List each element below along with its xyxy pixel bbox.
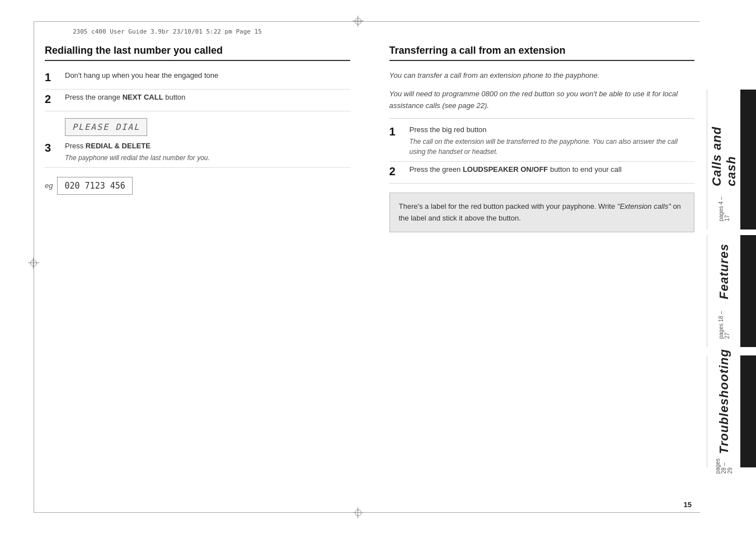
sidebar-features-black-strip	[740, 235, 756, 347]
eg-label: eg	[45, 181, 53, 190]
sidebar-features-label: Features	[717, 243, 731, 299]
please-dial-display: PLEASE DIAL	[65, 118, 147, 136]
redial-delete-bold: REDIAL & DELETE	[86, 142, 151, 150]
crosshair-left	[28, 257, 39, 269]
sidebar-trouble-pages: pages 28 – 29	[715, 458, 733, 474]
loudspeaker-bold: LOUDSPEAKER ON/OFF	[463, 165, 548, 174]
right-step-2: 2 Press the green LOUDSPEAKER ON/OFF but…	[389, 164, 695, 184]
right-step-2-number: 2	[389, 164, 405, 179]
step-1-number: 1	[45, 70, 60, 85]
right-step-1-text: Press the big red button	[410, 125, 487, 134]
features-label-text: Features	[717, 243, 731, 299]
page-border-bottom	[34, 512, 700, 513]
right-step-1-subnote: The call on the extension will be transf…	[410, 137, 695, 157]
step-2-content: Press the orange NEXT CALL button	[65, 92, 350, 103]
sidebar-features-section: Features pages 18 – 27	[707, 235, 756, 347]
right-step-1-content: Press the big red button The call on the…	[410, 124, 695, 157]
right-step-1-number: 1	[389, 124, 405, 139]
right-description-2: You will need to programme 0800 on the r…	[389, 88, 695, 112]
left-section-title: Redialling the last number you called	[45, 45, 350, 61]
main-content: Redialling the last number you called 1 …	[45, 45, 694, 500]
crosshair-top	[353, 16, 364, 27]
step2-after: button to end your call	[548, 165, 622, 174]
right-description-1: You can transfer a call from an extensio…	[389, 70, 695, 82]
calls-label-text: Calls and cash	[710, 127, 738, 186]
sidebar-calls-black-strip	[740, 90, 756, 229]
step-2: 2 Press the orange NEXT CALL button	[45, 92, 350, 111]
step-1: 1 Don't hang up when you hear the engage…	[45, 70, 350, 90]
eg-number: 020 7123 456	[64, 181, 125, 191]
crosshair-bottom	[353, 507, 364, 518]
next-call-bold: NEXT CALL	[123, 93, 163, 101]
step-3: 3 Press REDIAL & DELETE The payphone wil…	[45, 140, 350, 168]
sidebar-calls-label: Calls and cash	[710, 98, 739, 186]
info-box-text: There's a label for the red button packe…	[399, 202, 681, 222]
trouble-label-text: Troubleshooting	[717, 349, 731, 454]
page-border-top	[34, 21, 700, 22]
step-3-note: The payphone will redial the last number…	[65, 153, 350, 163]
sidebar-trouble-black-strip	[740, 355, 756, 467]
sidebar-calls-text: Calls and cash pages 4 – 17	[707, 90, 740, 229]
sidebar-calls-pages: pages 4 – 17	[718, 191, 730, 221]
sidebar-features-text: Features pages 18 – 27	[707, 235, 740, 347]
page-number: 15	[684, 500, 692, 509]
step-3-number: 3	[45, 140, 60, 155]
divider	[389, 118, 695, 119]
right-column: Transferring a call from an extension Yo…	[384, 45, 695, 500]
info-box: There's a label for the red button packe…	[389, 193, 695, 233]
eg-number-display: 020 7123 456	[57, 177, 132, 195]
sidebar-features-pages: pages 18 – 27	[718, 304, 730, 339]
sidebar-trouble-section: Troubleshooting pages 28 – 29	[707, 355, 756, 467]
right-step-1: 1 Press the big red button The call on t…	[389, 124, 695, 162]
sidebar-trouble-label: Troubleshooting	[717, 349, 731, 454]
right-step-2-content: Press the green LOUDSPEAKER ON/OFF butto…	[410, 164, 695, 175]
left-column: Redialling the last number you called 1 …	[45, 45, 361, 500]
eg-row: eg 020 7123 456	[45, 172, 350, 199]
step-3-content: Press REDIAL & DELETE The payphone will …	[65, 140, 350, 163]
sidebar-calls-section: Calls and cash pages 4 – 17	[707, 90, 756, 229]
print-info: 2305 c400 User Guide 3.9br 23/10/01 5:22…	[73, 28, 262, 35]
step-2-number: 2	[45, 92, 60, 106]
sidebar-trouble-text: Troubleshooting pages 28 – 29	[707, 355, 740, 467]
right-section-title: Transferring a call from an extension	[389, 45, 695, 61]
step-1-content: Don't hang up when you hear the engaged …	[65, 70, 350, 81]
